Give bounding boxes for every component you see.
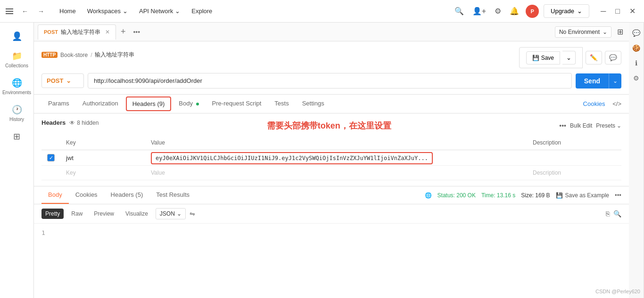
save-example-button[interactable]: 💾 Save as Example	[556, 192, 609, 199]
send-dropdown-button[interactable]: ⌄	[609, 73, 621, 89]
save-dropdown-button[interactable]: ⌄	[562, 51, 576, 64]
titlebar: ← → Home Workspaces ⌄ API Network ⌄ Expl…	[0, 0, 644, 23]
bulk-edit-button[interactable]: Bulk Edit	[570, 122, 592, 129]
avatar[interactable]: P	[526, 5, 539, 18]
url-input[interactable]	[88, 73, 572, 89]
th-key: Key	[60, 136, 145, 150]
row-description[interactable]	[527, 150, 621, 166]
save-group: 💾 Save ⌄	[519, 47, 583, 68]
req-tab-right: Cookies </>	[583, 100, 621, 107]
tab-pre-request[interactable]: Pre-request Script	[206, 95, 268, 113]
copy-button[interactable]: ⎘	[606, 210, 610, 217]
sidebar-item-collections[interactable]: 📁 Collections	[0, 47, 33, 72]
bell-icon[interactable]: 🔔	[508, 5, 521, 17]
environment-selector[interactable]: No Environment ⌄	[555, 26, 611, 38]
resp-tab-test-results[interactable]: Test Results	[149, 186, 196, 204]
nav-workspaces[interactable]: Workspaces ⌄	[83, 5, 132, 17]
comment-icon-button[interactable]: 💬	[605, 51, 621, 64]
main-layout: 👤 📁 Collections 🌐 Environments 🕐 History…	[0, 23, 644, 298]
tab-authorization[interactable]: Authorization	[76, 95, 125, 113]
maximize-button[interactable]: □	[612, 6, 623, 16]
headers-table: Key Value Description jwt	[41, 136, 621, 180]
upgrade-button[interactable]: Upgrade ⌄	[544, 4, 589, 18]
tab-method: POST	[44, 29, 58, 35]
tab-close-icon[interactable]: ✕	[105, 29, 110, 35]
right-sidebar-settings-icon[interactable]: ⚙	[630, 72, 643, 85]
tab-body[interactable]: Body	[172, 95, 205, 113]
extra-icon: ⊞	[13, 131, 20, 142]
right-sidebar-comment-icon[interactable]: 💬	[630, 26, 643, 40]
tab-params[interactable]: Params	[41, 95, 76, 113]
format-json-selector[interactable]: JSON ⌄	[156, 208, 186, 219]
forward-button[interactable]: →	[35, 6, 47, 17]
resp-tab-body[interactable]: Body	[41, 186, 69, 204]
collections-icon: 📁	[12, 51, 22, 61]
header-more-button[interactable]: •••	[559, 122, 566, 129]
nav-api-network[interactable]: API Network ⌄	[134, 5, 185, 17]
tab-headers[interactable]: Headers (9)	[126, 97, 172, 111]
row-checkbox[interactable]	[47, 154, 55, 161]
sidebar-item-history[interactable]: 🕐 History	[0, 101, 33, 126]
code-icon[interactable]: </>	[612, 100, 621, 107]
watermark: CSDN @Perley620	[595, 289, 640, 294]
close-button[interactable]: ✕	[627, 6, 638, 16]
titlebar-left: ← → Home Workspaces ⌄ API Network ⌄ Expl…	[6, 5, 217, 17]
placeholder-value[interactable]: Value	[145, 166, 527, 180]
presets-button[interactable]: Presets ⌄	[596, 122, 621, 129]
content-area: POST 输入地址字符串 ✕ + ••• No Environment ⌄ ⊞ …	[34, 23, 629, 298]
nav-home[interactable]: Home	[55, 5, 81, 17]
sidebar-item-profile[interactable]: 👤	[0, 27, 33, 45]
right-sidebar-info-icon[interactable]: ℹ	[630, 56, 643, 70]
format-visualize-button[interactable]: Visualize	[122, 209, 152, 219]
send-button[interactable]: Send	[576, 73, 609, 89]
body-dot	[196, 103, 199, 105]
method-selector[interactable]: POST ⌄	[41, 73, 84, 88]
format-wrap-button[interactable]: ⇋	[190, 210, 195, 217]
request-area: HTTP Book-store / 输入地址字符串 💾 Save ⌄ ✏️ 💬	[34, 41, 629, 95]
placeholder-desc[interactable]: Description	[527, 166, 621, 180]
row-key[interactable]: jwt	[60, 150, 145, 166]
minimize-button[interactable]: ─	[598, 6, 609, 16]
sidebar-item-extra[interactable]: ⊞	[0, 128, 33, 145]
window-controls: ─ □ ✕	[598, 6, 638, 16]
save-button[interactable]: 💾 Save	[526, 51, 560, 64]
back-button[interactable]: ←	[19, 6, 31, 17]
format-raw-button[interactable]: Raw	[67, 209, 86, 219]
gear-icon[interactable]: ⚙	[493, 5, 503, 17]
edit-icon-button[interactable]: ✏️	[586, 51, 602, 64]
headers-section: Headers 👁 8 hidden 需要头部携带token，在这里设置 •••…	[34, 113, 629, 186]
jwt-value[interactable]: eyJ0eXAiOiJKV1QiLCJhbGciOiJIUzI1NiJ9.eyJ…	[151, 152, 433, 164]
environments-icon: 🌐	[12, 78, 22, 88]
environment-settings-icon[interactable]: ⊞	[615, 25, 625, 38]
right-sidebar-cookie-icon[interactable]: 🍪	[630, 41, 643, 55]
format-preview-button[interactable]: Preview	[90, 209, 118, 219]
menu-icon[interactable]	[6, 7, 15, 16]
cookies-link[interactable]: Cookies	[583, 100, 605, 107]
add-user-icon[interactable]: 👤+	[471, 5, 488, 17]
resp-tab-cookies[interactable]: Cookies	[69, 186, 104, 204]
format-pretty-button[interactable]: Pretty	[41, 209, 64, 219]
th-value: Value	[145, 136, 527, 150]
tab-bar-right: No Environment ⌄ ⊞	[555, 25, 625, 38]
row-value[interactable]: eyJ0eXAiOiJKV1QiLCJhbGciOiJIUzI1NiJ9.eyJ…	[145, 150, 527, 166]
search-body-button[interactable]: 🔍	[613, 210, 621, 217]
request-row: POST ⌄ Send ⌄	[41, 73, 621, 89]
more-tabs-button[interactable]: •••	[130, 28, 143, 36]
placeholder-key[interactable]: Key	[60, 166, 145, 180]
table-row: jwt eyJ0eXAiOiJKV1QiLCJhbGciOiJIUzI1NiJ9…	[41, 150, 621, 166]
active-tab[interactable]: POST 输入地址字符串 ✕	[38, 24, 116, 40]
line-number-1: 1	[41, 229, 45, 236]
nav-items: Home Workspaces ⌄ API Network ⌄ Explore	[55, 5, 217, 17]
tab-settings[interactable]: Settings	[296, 95, 331, 113]
search-icon[interactable]: 🔍	[453, 5, 466, 17]
nav-explore[interactable]: Explore	[187, 5, 217, 17]
format-bar: Pretty Raw Preview Visualize JSON ⌄ ⇋ ⎘ …	[34, 204, 629, 224]
tab-tests[interactable]: Tests	[268, 95, 295, 113]
breadcrumb-store[interactable]: Book-store	[60, 52, 88, 58]
resp-tab-headers[interactable]: Headers (5)	[104, 186, 150, 204]
sidebar-item-environments[interactable]: 🌐 Environments	[0, 74, 33, 99]
add-tab-button[interactable]: +	[118, 27, 129, 37]
history-label: History	[9, 117, 24, 122]
hidden-badge[interactable]: 👁 8 hidden	[69, 120, 99, 126]
response-more-button[interactable]: •••	[615, 192, 621, 199]
